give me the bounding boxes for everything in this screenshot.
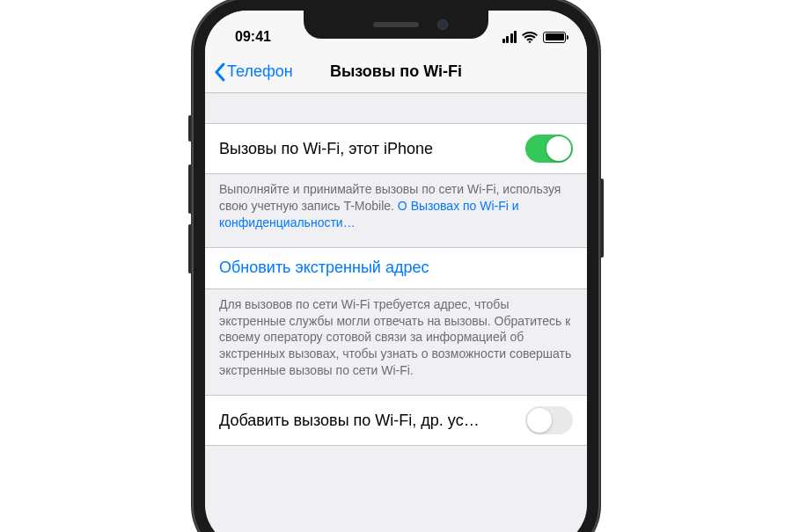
other-devices-toggle[interactable] [525, 406, 573, 434]
status-time: 09:41 [235, 29, 271, 45]
add-wifi-calling-other-devices-row[interactable]: Добавить вызовы по Wi-Fi, др. ус… [205, 395, 587, 446]
back-label: Телефон [227, 62, 293, 81]
status-indicators [502, 31, 567, 43]
back-button[interactable]: Телефон [214, 62, 293, 82]
phone-frame: 09:41 Телефон Вызовы по Wi-Fi [192, 0, 600, 532]
other-devices-label: Добавить вызовы по Wi-Fi, др. ус… [219, 412, 487, 430]
power-button [600, 179, 604, 258]
settings-content: Вызовы по Wi-Fi, этот iPhone Выполняйте … [205, 93, 587, 446]
chevron-left-icon [214, 62, 225, 82]
emergency-address-footer: Для вызовов по сети Wi-Fi требуется адре… [205, 289, 587, 395]
front-camera [437, 19, 448, 30]
wifi-calling-toggle[interactable] [525, 135, 573, 163]
notch [304, 11, 488, 39]
section-spacer [205, 93, 587, 123]
nav-bar: Телефон Вызовы по Wi-Fi [205, 51, 587, 93]
phone-device: 09:41 Телефон Вызовы по Wi-Fi [192, 0, 600, 532]
wifi-calling-this-iphone-row[interactable]: Вызовы по Wi-Fi, этот iPhone [205, 123, 587, 174]
wifi-calling-footer: Выполняйте и принимайте вызовы по сети W… [205, 174, 587, 247]
speaker-grille [373, 22, 419, 27]
update-emergency-address-label: Обновить экстренный адрес [219, 259, 429, 277]
battery-icon [543, 32, 566, 43]
update-emergency-address-row[interactable]: Обновить экстренный адрес [205, 247, 587, 289]
wifi-icon [522, 32, 538, 43]
nav-title: Вызовы по Wi-Fi [330, 62, 462, 81]
cellular-signal-icon [502, 31, 517, 43]
screen: 09:41 Телефон Вызовы по Wi-Fi [205, 11, 587, 532]
wifi-calling-label: Вызовы по Wi-Fi, этот iPhone [219, 140, 440, 158]
